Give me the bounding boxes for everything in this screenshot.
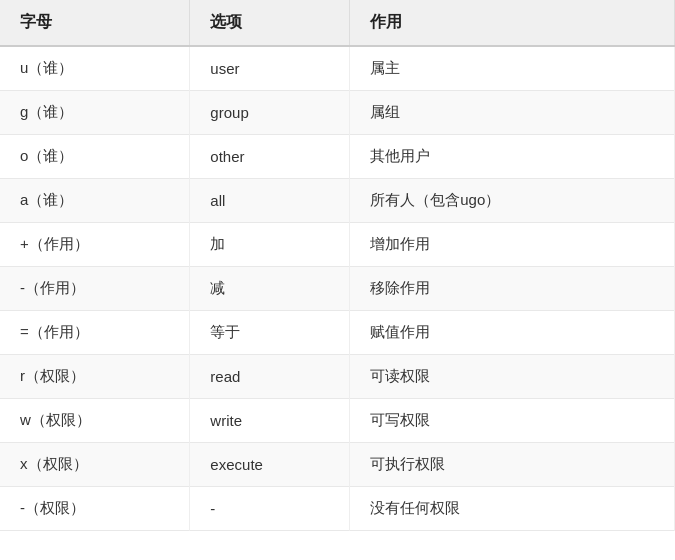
cell-option: 减 <box>190 267 350 311</box>
cell-option: read <box>190 355 350 399</box>
table-row: a（谁）all所有人（包含ugo） <box>0 179 675 223</box>
cell-letter: +（作用） <box>0 223 190 267</box>
cell-role: 没有任何权限 <box>350 487 675 531</box>
cell-role: 增加作用 <box>350 223 675 267</box>
cell-letter: r（权限） <box>0 355 190 399</box>
cell-letter: x（权限） <box>0 443 190 487</box>
cell-option: write <box>190 399 350 443</box>
cell-option: group <box>190 91 350 135</box>
cell-option: 加 <box>190 223 350 267</box>
cell-letter: a（谁） <box>0 179 190 223</box>
cell-letter: -（权限） <box>0 487 190 531</box>
table-header-row: 字母 选项 作用 <box>0 0 675 46</box>
table-row: r（权限）read可读权限 <box>0 355 675 399</box>
table-row: =（作用）等于赋值作用 <box>0 311 675 355</box>
cell-role: 可写权限 <box>350 399 675 443</box>
table-row: w（权限）write可写权限 <box>0 399 675 443</box>
table-row: -（权限）-没有任何权限 <box>0 487 675 531</box>
cell-option: 等于 <box>190 311 350 355</box>
table-row: -（作用）减移除作用 <box>0 267 675 311</box>
cell-role: 可读权限 <box>350 355 675 399</box>
header-option: 选项 <box>190 0 350 46</box>
cell-letter: o（谁） <box>0 135 190 179</box>
cell-option: - <box>190 487 350 531</box>
cell-option: all <box>190 179 350 223</box>
table-row: x（权限）execute可执行权限 <box>0 443 675 487</box>
cell-role: 所有人（包含ugo） <box>350 179 675 223</box>
cell-letter: =（作用） <box>0 311 190 355</box>
table-row: g（谁）group属组 <box>0 91 675 135</box>
table-row: +（作用）加增加作用 <box>0 223 675 267</box>
table-row: u（谁）user属主 <box>0 46 675 91</box>
permissions-table: 字母 选项 作用 u（谁）user属主g（谁）group属组o（谁）other其… <box>0 0 675 531</box>
cell-letter: -（作用） <box>0 267 190 311</box>
cell-letter: g（谁） <box>0 91 190 135</box>
header-role: 作用 <box>350 0 675 46</box>
cell-role: 其他用户 <box>350 135 675 179</box>
cell-role: 移除作用 <box>350 267 675 311</box>
cell-letter: w（权限） <box>0 399 190 443</box>
header-letter: 字母 <box>0 0 190 46</box>
cell-option: execute <box>190 443 350 487</box>
cell-role: 属组 <box>350 91 675 135</box>
cell-option: user <box>190 46 350 91</box>
cell-letter: u（谁） <box>0 46 190 91</box>
cell-role: 属主 <box>350 46 675 91</box>
cell-role: 赋值作用 <box>350 311 675 355</box>
cell-role: 可执行权限 <box>350 443 675 487</box>
table-row: o（谁）other其他用户 <box>0 135 675 179</box>
cell-option: other <box>190 135 350 179</box>
